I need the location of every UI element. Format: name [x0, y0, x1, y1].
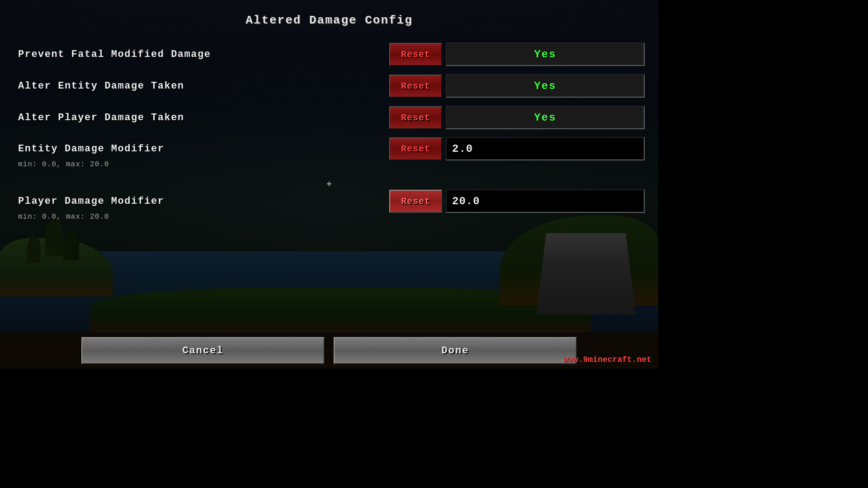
- config-row-entity-modifier-main: Entity Damage Modifier Reset 2.0: [14, 137, 645, 160]
- value-entity-modifier: 2.0: [447, 143, 644, 155]
- watermark: www.9minecraft.net: [564, 355, 651, 364]
- value-box-alter-player[interactable]: Yes: [446, 106, 645, 129]
- label-entity-modifier: Entity Damage Modifier: [14, 143, 389, 155]
- config-row-player-modifier: Player Damage Modifier Reset 20.0 min: 0…: [14, 186, 645, 225]
- value-box-prevent-fatal[interactable]: Yes: [446, 42, 645, 66]
- done-button[interactable]: Done: [334, 337, 577, 364]
- label-player-modifier: Player Damage Modifier: [14, 196, 389, 207]
- config-row-alter-player: Alter Player Damage Taken Reset Yes: [14, 102, 645, 133]
- hint-player-modifier: min: 0.0, max: 20.0: [14, 213, 109, 221]
- reset-alter-player[interactable]: Reset: [389, 106, 442, 129]
- value-alter-player: Yes: [534, 112, 556, 124]
- cancel-button[interactable]: Cancel: [81, 337, 325, 364]
- config-title: Altered Damage Config: [245, 14, 413, 27]
- config-rows: Prevent Fatal Modified Damage Reset Yes …: [14, 38, 645, 225]
- value-player-modifier: 20.0: [447, 195, 644, 207]
- config-row-alter-entity: Alter Entity Damage Taken Reset Yes: [14, 70, 645, 102]
- value-box-entity-modifier[interactable]: 2.0: [446, 137, 645, 160]
- config-row-entity-modifier: Entity Damage Modifier Reset 2.0 min: 0.…: [14, 133, 645, 172]
- hint-entity-modifier: min: 0.0, max: 20.0: [14, 160, 109, 169]
- spacer: [14, 172, 645, 186]
- config-row-prevent-fatal: Prevent Fatal Modified Damage Reset Yes: [14, 38, 645, 70]
- value-alter-entity: Yes: [534, 80, 556, 92]
- reset-entity-modifier[interactable]: Reset: [389, 137, 442, 160]
- reset-alter-entity[interactable]: Reset: [389, 75, 442, 98]
- reset-prevent-fatal[interactable]: Reset: [389, 43, 442, 66]
- value-prevent-fatal: Yes: [534, 48, 556, 61]
- value-box-player-modifier[interactable]: 20.0: [446, 189, 645, 213]
- label-alter-entity: Alter Entity Damage Taken: [14, 80, 389, 92]
- label-prevent-fatal: Prevent Fatal Modified Damage: [14, 49, 389, 60]
- label-alter-player: Alter Player Damage Taken: [14, 112, 389, 123]
- config-container: Altered Damage Config Prevent Fatal Modi…: [0, 0, 658, 369]
- bottom-buttons: Cancel Done: [0, 333, 658, 369]
- reset-player-modifier[interactable]: Reset: [389, 190, 442, 213]
- config-row-player-modifier-main: Player Damage Modifier Reset 20.0: [14, 189, 645, 213]
- value-box-alter-entity[interactable]: Yes: [446, 74, 645, 98]
